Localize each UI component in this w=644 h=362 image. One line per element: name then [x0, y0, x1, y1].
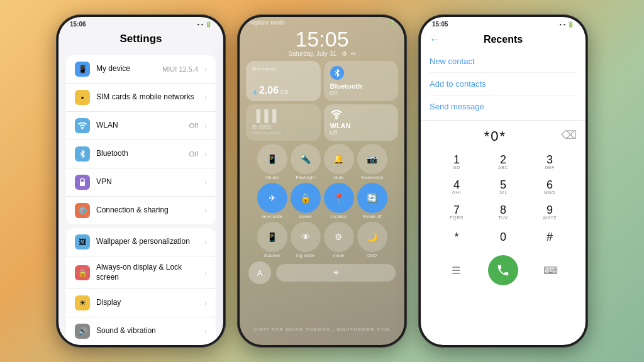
- call-button[interactable]: [488, 255, 518, 285]
- sim-icon: ▪: [75, 90, 90, 105]
- key-8-number: 8: [500, 204, 506, 216]
- dialpad-row-2: 4 GHI 5 JKL 6 MNO: [433, 175, 573, 199]
- settings-item-display[interactable]: ☀ Display ›: [66, 289, 216, 317]
- tile-wlan[interactable]: WLAN Off: [324, 104, 399, 141]
- key-7[interactable]: 7 PQRS: [438, 200, 475, 224]
- wallpaper-label: Wallpaper & personalization: [96, 237, 198, 247]
- always-on-label: Always-on display & Lock screen: [96, 263, 198, 282]
- control-tiles: this month 💧 2.06 GB Bluetooth Off: [240, 61, 404, 258]
- data-month-label: this month: [252, 66, 314, 72]
- key-1-number: 1: [453, 154, 460, 165]
- more-scanner-wrap: 📱 Scanner: [257, 222, 287, 258]
- big-rotate[interactable]: 🔄: [357, 183, 387, 213]
- connection-icon: ⚙️: [75, 203, 90, 218]
- wallpaper-icon: 🖼: [75, 234, 90, 250]
- add-to-contacts-action[interactable]: Add to contacts: [430, 73, 577, 96]
- airplane-mode-label: Airplane mode: [248, 19, 285, 26]
- bluetooth-label: Bluetooth: [96, 149, 183, 159]
- key-4-number: 4: [453, 179, 460, 190]
- control-screen: Airplane mode 🔋 15:05 Saturday, July 31 …: [240, 17, 404, 345]
- settings-icon-cc[interactable]: ⚙: [341, 50, 347, 57]
- wlan-icon: [75, 118, 90, 133]
- key-star[interactable]: *: [438, 225, 475, 249]
- settings-item-connection[interactable]: ⚙️ Connection & sharing ›: [66, 197, 216, 224]
- more-reading-wrap: 👁 ing mode: [291, 222, 321, 258]
- menu-button[interactable]: ☰: [443, 258, 469, 283]
- more-dnd[interactable]: 🌙: [357, 222, 387, 252]
- key-5-letters: JKL: [499, 190, 508, 195]
- phone-control: Airplane mode 🔋 15:05 Saturday, July 31 …: [237, 14, 407, 348]
- settings-item-my-device[interactable]: 📱 My device MIUI 12.5.4 ›: [66, 55, 216, 84]
- key-9[interactable]: 9 WXYZ: [531, 200, 568, 224]
- wlan-tile-title: WLAN: [330, 122, 392, 129]
- control-a-btn[interactable]: A: [248, 261, 271, 284]
- brightness-slider[interactable]: ☀: [276, 264, 396, 282]
- time-1: 15:06: [70, 21, 86, 28]
- key-3[interactable]: 3 DEF: [531, 150, 568, 173]
- sim-label: SIM cards & mobile networks: [96, 92, 198, 102]
- more-reading[interactable]: 👁: [291, 222, 321, 252]
- wlan-tile-status: Off: [330, 129, 392, 136]
- settings-item-sound[interactable]: 🔊 Sound & vibration ›: [66, 317, 216, 345]
- settings-item-wlan[interactable]: WLAN Off ›: [66, 112, 216, 140]
- key-3-number: 3: [547, 154, 553, 165]
- small-flashlight[interactable]: 🔦: [291, 144, 321, 174]
- big-lock-label: screen: [299, 214, 312, 219]
- vpn-label: VPN: [96, 177, 198, 187]
- key-9-number: 9: [547, 204, 553, 216]
- key-0[interactable]: 0: [485, 225, 521, 249]
- control-top-bar: Airplane mode 🔋: [240, 17, 404, 27]
- tile-mobile-data[interactable]: ▐▐▐ le data Not available: [246, 104, 321, 141]
- more-scanner[interactable]: 📱: [257, 222, 287, 252]
- small-screenshot[interactable]: 📷: [357, 144, 387, 174]
- settings-item-always-on[interactable]: 🔒 Always-on display & Lock screen ›: [66, 256, 216, 289]
- settings-item-wallpaper[interactable]: 🖼 Wallpaper & personalization ›: [66, 228, 216, 256]
- wlan-tile-icon: [330, 109, 392, 122]
- big-plane[interactable]: ✈: [257, 183, 287, 213]
- dialer-actions: New contact Add to contacts Send message: [421, 48, 586, 121]
- big-location[interactable]: 📍: [324, 183, 354, 213]
- small-flashlight-wrap: 🔦 Flashlight: [291, 144, 321, 180]
- back-button[interactable]: ←: [430, 34, 440, 45]
- settings-item-vpn[interactable]: VPN ›: [66, 168, 216, 197]
- key-5[interactable]: 5 JKL: [485, 175, 521, 199]
- display-icon: ☀: [75, 295, 90, 310]
- more-mode-label: mode: [333, 253, 345, 258]
- big-lock[interactable]: 🔒: [291, 183, 321, 213]
- tile-data[interactable]: this month 💧 2.06 GB: [246, 61, 321, 101]
- recents-title: Recents: [445, 34, 562, 45]
- key-8[interactable]: 8 TUV: [485, 200, 521, 224]
- status-bar-3: 15:05 ▪ ▪ 🔋: [421, 17, 586, 30]
- key-9-letters: WXYZ: [543, 216, 557, 220]
- wlan-label: WLAN: [96, 121, 183, 131]
- tile-bluetooth[interactable]: Bluetooth Off: [324, 61, 399, 101]
- small-mute-label: Mute: [334, 175, 344, 180]
- edit-icon-cc[interactable]: ✏: [351, 50, 356, 57]
- send-message-action[interactable]: Send message: [430, 96, 577, 118]
- key-2[interactable]: 2 ABC: [485, 150, 521, 173]
- small-mute[interactable]: 🔔: [324, 144, 354, 174]
- control-big-buttons: ✈ lane mode 🔒 screen 📍 Location 🔄 Rotate…: [246, 183, 398, 219]
- mobile-data-bars-icon: ▐▐▐: [252, 109, 314, 123]
- key-hash[interactable]: #: [531, 225, 568, 249]
- big-location-wrap: 📍 Location: [324, 183, 354, 219]
- key-6-letters: MNO: [544, 190, 555, 195]
- more-mode[interactable]: ⚙: [324, 222, 354, 252]
- key-4[interactable]: 4 GHI: [438, 175, 475, 199]
- settings-item-sim[interactable]: ▪ SIM cards & mobile networks ›: [66, 84, 216, 112]
- control-row-2: ▐▐▐ le data Not available WLAN Off: [246, 104, 398, 141]
- small-vibrate[interactable]: 📳: [257, 144, 287, 174]
- key-1[interactable]: 1 GD: [438, 150, 475, 173]
- new-contact-action[interactable]: New contact: [430, 50, 577, 73]
- key-hash-number: #: [547, 231, 553, 243]
- settings-section-1: 📱 My device MIUI 12.5.4 › ▪ SIM cards & …: [66, 55, 216, 224]
- dialer-bottom: ☰ ⌨: [421, 250, 586, 289]
- more-reading-label: ing mode: [296, 253, 314, 258]
- key-6[interactable]: 6 MNO: [531, 175, 568, 199]
- key-7-letters: PQRS: [450, 216, 464, 220]
- big-rotate-label: Rotate off: [362, 214, 381, 219]
- dialpad-row-4: * 0 #: [433, 225, 573, 249]
- settings-item-bluetooth[interactable]: Bluetooth Off ›: [66, 140, 216, 168]
- keypad-button[interactable]: ⌨: [538, 258, 563, 283]
- backspace-icon[interactable]: ⌫: [561, 128, 577, 142]
